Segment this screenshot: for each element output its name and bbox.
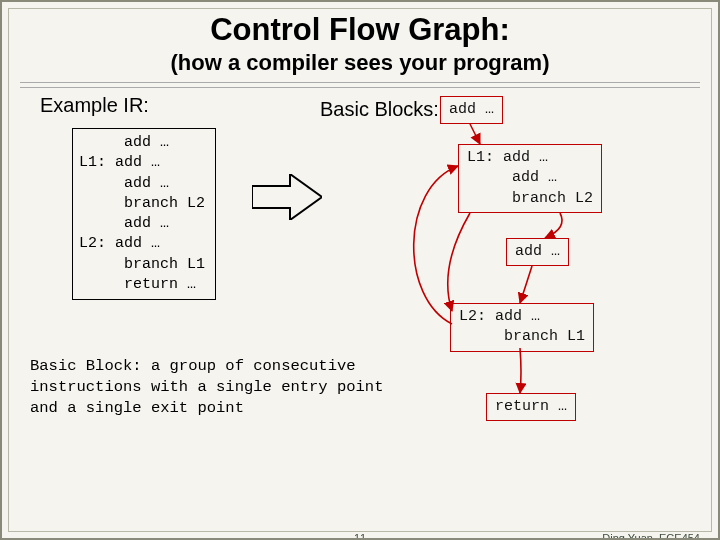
example-ir-heading: Example IR: [40, 94, 149, 117]
page-number: 11 [354, 532, 366, 540]
svg-marker-0 [252, 174, 322, 220]
basic-blocks-heading: Basic Blocks: [320, 98, 439, 121]
slide-body: Example IR: Basic Blocks: add … L1: add … [20, 88, 700, 488]
cfg-node-return: return … [486, 393, 576, 421]
arrow-icon [252, 174, 322, 220]
cfg-node-mid: add … [506, 238, 569, 266]
credit: Ding Yuan, ECE454 [602, 532, 700, 540]
ir-code-box: add … L1: add … add … branch L2 add … L2… [72, 128, 216, 300]
slide-title: Control Flow Graph: [2, 12, 718, 48]
cfg-node-entry: add … [440, 96, 503, 124]
definition-term: Basic Block: [30, 357, 142, 375]
basic-block-definition: Basic Block: a group of consecutive inst… [30, 356, 370, 419]
slide-subtitle: (how a compiler sees your program) [2, 50, 718, 76]
cfg-node-l1: L1: add … add … branch L2 [458, 144, 602, 213]
cfg-node-l2: L2: add … branch L1 [450, 303, 594, 352]
